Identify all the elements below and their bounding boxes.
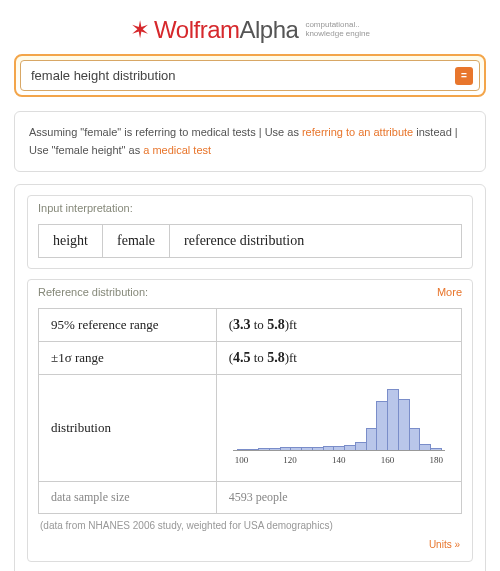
axis-tick: 100 <box>235 455 249 465</box>
search-input[interactable] <box>27 66 455 85</box>
assumption-link-medical-test[interactable]: a medical test <box>143 144 211 156</box>
interp-cell: reference distribution <box>170 225 318 257</box>
logo-text: WolframAlpha <box>154 16 298 44</box>
pod-title: Input interpretation: <box>38 202 133 214</box>
distribution-table: 95% reference range (3.3 to 5.8)ft ±1σ r… <box>38 308 462 514</box>
search-bar: = <box>14 54 486 97</box>
axis-tick: 160 <box>381 455 395 465</box>
row-label: ±1σ range <box>39 342 217 375</box>
histogram-bar <box>430 448 442 450</box>
logo-star-icon: ✶ <box>130 18 150 42</box>
pod-title: Reference distribution: <box>38 286 148 298</box>
search-submit-button[interactable]: = <box>455 67 473 85</box>
interp-cell: female <box>103 225 170 257</box>
axis-tick: 180 <box>429 455 443 465</box>
logo-tagline: computational..knowledge engine <box>305 21 370 39</box>
results-container: Input interpretation: height female refe… <box>14 184 486 571</box>
units-link[interactable]: Units » <box>429 539 460 550</box>
assumption-text: Assuming "female" is referring to medica… <box>29 126 302 138</box>
assumption-box: Assuming "female" is referring to medica… <box>14 111 486 172</box>
pod-input-interpretation: Input interpretation: height female refe… <box>27 195 473 269</box>
equals-icon: = <box>461 70 467 81</box>
interp-cell: height <box>39 225 103 257</box>
distribution-chart-cell: 100120140160180 <box>216 375 461 482</box>
axis-tick: 120 <box>283 455 297 465</box>
table-row: data sample size 4593 people <box>39 482 462 514</box>
row-label: data sample size <box>39 482 217 514</box>
table-row: 95% reference range (3.3 to 5.8)ft <box>39 309 462 342</box>
histogram-chart: 100120140160180 <box>229 383 449 473</box>
row-label: 95% reference range <box>39 309 217 342</box>
logo: ✶ WolframAlpha computational..knowledge … <box>14 16 486 44</box>
assumption-link-attribute[interactable]: referring to an attribute <box>302 126 413 138</box>
source-note: (data from NHANES 2006 study, weighted f… <box>38 514 462 533</box>
axis-tick: 140 <box>332 455 346 465</box>
table-row: ±1σ range (4.5 to 5.8)ft <box>39 342 462 375</box>
row-value: (4.5 to 5.8)ft <box>216 342 461 375</box>
table-row: distribution 100120140160180 <box>39 375 462 482</box>
more-link[interactable]: More <box>437 286 462 298</box>
pod-reference-distribution: Reference distribution: More 95% referen… <box>27 279 473 562</box>
row-value: (3.3 to 5.8)ft <box>216 309 461 342</box>
row-value: 4593 people <box>216 482 461 514</box>
row-label: distribution <box>39 375 217 482</box>
interpretation-cells: height female reference distribution <box>38 224 462 258</box>
